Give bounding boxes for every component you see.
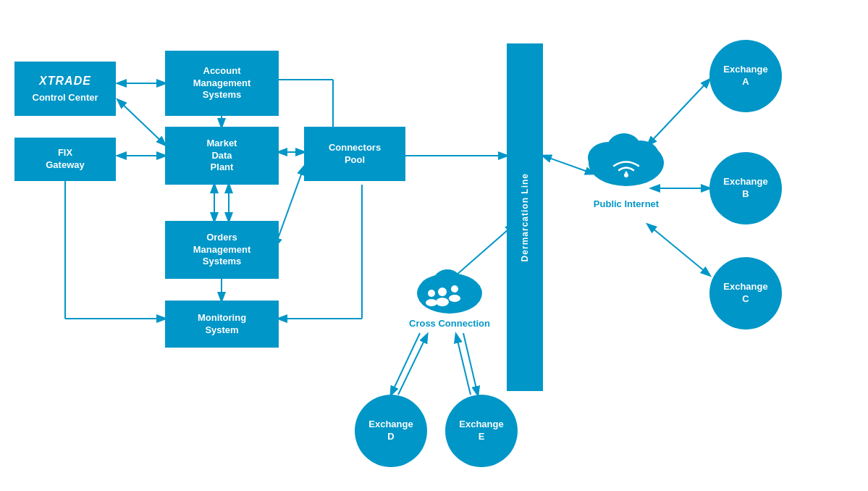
monitoring-system: Monitoring System xyxy=(165,301,279,348)
svg-line-10 xyxy=(275,167,304,246)
svg-point-31 xyxy=(451,285,458,293)
xtrade-control-center: XTRADE Control Center xyxy=(14,62,116,116)
svg-point-38 xyxy=(607,133,641,165)
svg-line-20 xyxy=(463,333,478,395)
public-internet: Public Internet xyxy=(579,123,673,209)
control-center-label: Control Center xyxy=(33,91,98,104)
orders-management-systems: Orders Management Systems xyxy=(165,221,279,279)
svg-point-39 xyxy=(624,173,628,177)
public-internet-cloud-icon xyxy=(579,123,673,196)
exchange-d: Exchange D xyxy=(355,395,427,467)
svg-point-33 xyxy=(428,290,435,297)
exchange-c: Exchange C xyxy=(709,257,782,330)
svg-point-29 xyxy=(438,288,447,296)
public-internet-label: Public Internet xyxy=(594,198,659,209)
cross-connection-cloud-icon xyxy=(410,257,489,315)
cross-connection-label: Cross Connection xyxy=(409,318,490,329)
xtrade-logo: XTRADE xyxy=(39,73,91,89)
svg-line-21 xyxy=(398,335,427,395)
account-management-systems: Account Management Systems xyxy=(165,51,279,116)
diagram: XTRADE Control Center Account Management… xyxy=(0,0,868,491)
demarcation-line: Dermarcation Line xyxy=(507,43,543,391)
svg-point-34 xyxy=(426,299,437,306)
exchange-e: Exchange E xyxy=(445,395,518,467)
svg-line-1 xyxy=(118,100,165,145)
connectors-pool: Connectors Pool xyxy=(304,127,405,181)
svg-line-19 xyxy=(391,333,420,395)
svg-point-30 xyxy=(436,298,449,306)
exchange-b: Exchange B xyxy=(709,152,782,224)
cross-connection: Cross Connection xyxy=(409,257,490,329)
svg-line-18 xyxy=(648,224,709,275)
svg-line-22 xyxy=(456,335,471,395)
market-data-plant: Market Data Plant xyxy=(165,127,279,185)
svg-point-28 xyxy=(433,269,462,295)
demarcation-label: Dermarcation Line xyxy=(520,173,530,261)
fix-gateway: FIX Gateway xyxy=(14,138,116,181)
svg-point-32 xyxy=(449,295,460,302)
exchange-a: Exchange A xyxy=(709,40,782,112)
